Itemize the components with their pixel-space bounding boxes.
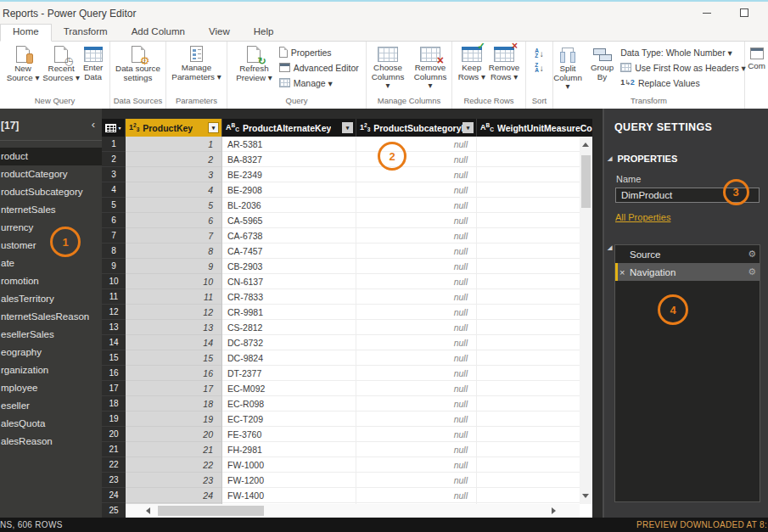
- sort-descending-button[interactable]: Z A ↓: [535, 62, 544, 74]
- data-type-button[interactable]: Data Type: Whole Number ▾: [620, 46, 746, 59]
- step-settings-gear-icon[interactable]: ⚙: [748, 266, 756, 277]
- sidebar-item-roductcategory[interactable]: roductCategory: [0, 165, 102, 183]
- table-row[interactable]: 10 10 CN-6137 null: [102, 274, 592, 289]
- properties-section-header[interactable]: ◢ PROPERTIES: [604, 154, 768, 164]
- sidebar-item-rganization[interactable]: rganization: [0, 361, 102, 379]
- table-row[interactable]: 16 16 DT-2377 null: [102, 366, 592, 381]
- sidebar-item-roduct[interactable]: roduct: [0, 148, 102, 165]
- refresh-preview-button[interactable]: ↻ Refresh Preview ▾: [234, 42, 273, 82]
- sidebar-item-alesterritory[interactable]: alesTerritory: [0, 290, 102, 308]
- table-row[interactable]: 6 6 CA-5965 null: [102, 213, 592, 228]
- data-source-settings-icon: ⚙: [132, 46, 145, 63]
- horizontal-scrollbar[interactable]: [126, 504, 580, 518]
- scroll-up-icon[interactable]: [582, 143, 589, 147]
- table-row[interactable]: 4 4 BE-2908 null: [102, 182, 592, 198]
- table-row[interactable]: 2 2 BA-8327 null: [102, 152, 592, 167]
- maximize-button[interactable]: [730, 2, 759, 24]
- column-header-productalternatekey[interactable]: ABC ProductAlternateKey ▾: [222, 119, 356, 137]
- scroll-right-icon[interactable]: [552, 507, 556, 514]
- replace-values-button[interactable]: 1↳2 Replace Values: [620, 76, 746, 89]
- column-header-productkey[interactable]: 123 ProductKey ▾: [126, 119, 222, 137]
- scroll-down-icon[interactable]: [582, 494, 589, 498]
- row-number: 21: [102, 442, 126, 457]
- recent-sources-button[interactable]: ◷ Recent Sources ▾: [41, 42, 81, 82]
- table-row[interactable]: 17 17 EC-M092 null: [102, 381, 592, 396]
- table-row[interactable]: 8 8 CA-7457 null: [102, 244, 592, 259]
- table-row[interactable]: 7 7 CA-6738 null: [102, 228, 592, 244]
- group-by-button[interactable]: Group By: [589, 42, 615, 81]
- table-row[interactable]: 14 14 DC-8732 null: [102, 335, 592, 350]
- tab-help[interactable]: Help: [242, 24, 286, 42]
- remove-columns-button[interactable]: × Remove Columns ▾: [409, 42, 451, 91]
- new-source-button[interactable]: New Source ▾: [5, 42, 42, 82]
- row-number: 18: [102, 396, 126, 412]
- properties-button[interactable]: Properties: [279, 46, 359, 59]
- status-rows-count: NS, 606 ROWS: [0, 520, 63, 529]
- annotation-circle-2: 2: [378, 142, 406, 171]
- tab-add-column[interactable]: Add Column: [120, 24, 197, 42]
- use-first-row-as-headers-button[interactable]: Use First Row as Headers ▾: [620, 61, 746, 74]
- minimize-button[interactable]: [692, 2, 721, 24]
- remove-rows-button[interactable]: × Remove Rows ▾: [487, 42, 521, 81]
- filter-dropdown-icon[interactable]: ▾: [462, 122, 474, 133]
- sidebar-item-nternetsalesreason[interactable]: nternetSalesReason: [0, 308, 102, 326]
- scroll-left-icon[interactable]: [146, 507, 150, 514]
- table-row[interactable]: 23 23 FW-1200 null: [102, 473, 592, 488]
- table-row[interactable]: 11 11 CR-7833 null: [102, 289, 592, 305]
- split-column-button[interactable]: Split Column ▾: [552, 42, 584, 92]
- advanced-editor-icon: [279, 63, 290, 72]
- table-row[interactable]: 9 9 CB-2903 null: [102, 259, 592, 274]
- table-row[interactable]: 1 1 AR-5381 null: [102, 137, 592, 152]
- table-row[interactable]: 3 3 BE-2349 null: [102, 167, 592, 182]
- table-row[interactable]: 12 12 CR-9981 null: [102, 305, 592, 320]
- choose-columns-button[interactable]: Choose Columns ▾: [367, 42, 409, 91]
- sidebar-item-romotion[interactable]: romotion: [0, 272, 102, 290]
- table-row[interactable]: 18 18 EC-R098 null: [102, 396, 592, 412]
- sidebar-item-mployee[interactable]: mployee: [0, 379, 102, 397]
- sidebar-item-eography[interactable]: eography: [0, 344, 102, 361]
- tab-view[interactable]: View: [197, 24, 242, 42]
- sidebar-item-roductsubcategory[interactable]: roductSubcategory: [0, 183, 102, 201]
- column-header-weightunitmeasurecode[interactable]: ABC WeightUnitMeasureCode: [477, 119, 592, 137]
- tab-transform[interactable]: Transform: [52, 24, 120, 42]
- applied-step-navigation[interactable]: × Navigation ⚙: [615, 263, 760, 281]
- table-select-all-button[interactable]: ▾: [102, 119, 126, 137]
- group-by-icon: [593, 48, 612, 61]
- tab-home[interactable]: Home: [0, 24, 52, 42]
- advanced-editor-button[interactable]: Advanced Editor: [279, 61, 359, 74]
- sidebar-item-alesquota[interactable]: alesQuota: [0, 415, 102, 433]
- table-row[interactable]: 13 13 CS-2812 null: [102, 320, 592, 335]
- sidebar-item-alesreason[interactable]: alesReason: [0, 433, 102, 451]
- collapse-pane-chevron-icon[interactable]: ‹: [92, 118, 95, 131]
- vertical-scrollbar-thumb[interactable]: [581, 155, 591, 208]
- table-row[interactable]: 24 24 FW-1400 null: [102, 488, 592, 503]
- delete-step-icon[interactable]: ×: [619, 267, 625, 277]
- sort-ascending-button[interactable]: A Z ↓: [535, 48, 544, 59]
- sidebar-item-ate[interactable]: ate: [0, 255, 102, 272]
- applied-step-source[interactable]: Source ⚙: [615, 245, 760, 263]
- horizontal-scrollbar-thumb[interactable]: [158, 506, 264, 516]
- manage-button[interactable]: Manage ▾: [279, 76, 359, 89]
- filter-dropdown-icon[interactable]: ▾: [342, 122, 353, 133]
- table-row[interactable]: 20 20 FE-3760 null: [102, 427, 592, 442]
- sidebar-item-esellersales[interactable]: esellerSales: [0, 326, 102, 344]
- column-header-productsubcategorykey[interactable]: 123 ProductSubcategoryKey ▾: [356, 119, 477, 137]
- all-properties-link[interactable]: All Properties: [615, 212, 670, 222]
- data-source-settings-button[interactable]: ⚙ Data source settings: [112, 42, 165, 82]
- sidebar-item-eseller[interactable]: eseller: [0, 397, 102, 415]
- table-row[interactable]: 5 5 BL-2036 null: [102, 198, 592, 213]
- table-row[interactable]: 19 19 EC-T209 null: [102, 412, 592, 427]
- enter-data-button[interactable]: Enter Data: [81, 42, 104, 81]
- table-row[interactable]: 21 21 FH-2981 null: [102, 442, 592, 457]
- manage-parameters-button[interactable]: Manage Parameters ▾: [168, 42, 226, 81]
- table-row[interactable]: 22 22 FW-1000 null: [102, 457, 592, 473]
- keep-rows-button[interactable]: ✓ Keep Rows ▾: [457, 42, 487, 81]
- ribbon-group-data-sources: ⚙ Data source settings Data Sources: [110, 42, 166, 109]
- vertical-scrollbar[interactable]: [580, 137, 592, 504]
- sidebar-item-nternetsales[interactable]: nternetSales: [0, 201, 102, 219]
- step-settings-gear-icon[interactable]: ⚙: [748, 249, 756, 260]
- ribbon-group-manage-columns: Choose Columns ▾ × Remove Columns ▾ Mana…: [367, 42, 452, 109]
- combine-button[interactable]: Com: [746, 42, 767, 71]
- table-row[interactable]: 15 15 DC-9824 null: [102, 350, 592, 366]
- filter-dropdown-icon[interactable]: ▾: [208, 122, 219, 133]
